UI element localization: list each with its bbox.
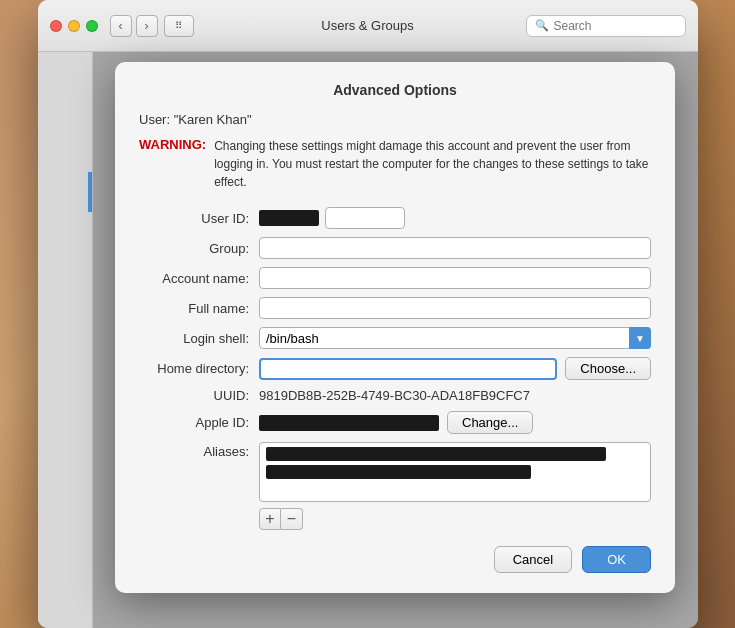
- account-name-row: Account name: Khank: [139, 267, 651, 289]
- search-box: 🔍: [526, 15, 686, 37]
- full-name-row: Full name: Karen Khan: [139, 297, 651, 319]
- home-directory-label: Home directory:: [139, 361, 259, 376]
- dialog-overlay: Advanced Options User: "Karen Khan" WARN…: [93, 52, 698, 628]
- aliases-box: [259, 442, 651, 502]
- close-button[interactable]: [50, 20, 62, 32]
- uuid-label: UUID:: [139, 388, 259, 403]
- sidebar: [38, 52, 93, 628]
- main-area: Advanced Options User: "Karen Khan" WARN…: [93, 52, 698, 628]
- window-title: Users & Groups: [321, 18, 413, 33]
- aliases-container: + −: [259, 442, 651, 530]
- group-input[interactable]: staff: [259, 237, 651, 259]
- change-button[interactable]: Change...: [447, 411, 533, 434]
- user-id-input[interactable]: [325, 207, 405, 229]
- aliases-redacted-2: [266, 465, 531, 479]
- login-shell-select[interactable]: /bin/bash /bin/zsh /bin/sh /bin/csh /bin…: [259, 327, 651, 349]
- nav-buttons: ‹ ›: [110, 15, 158, 37]
- sidebar-active-indicator: [88, 172, 92, 212]
- user-id-redacted: [259, 210, 319, 226]
- remove-alias-button[interactable]: −: [281, 508, 303, 530]
- full-name-input[interactable]: Karen Khan: [259, 297, 651, 319]
- search-icon: 🔍: [535, 19, 549, 32]
- account-name-input[interactable]: Khank: [259, 267, 651, 289]
- apple-id-label: Apple ID:: [139, 415, 259, 430]
- warning-text: Changing these settings might damage thi…: [214, 137, 651, 191]
- apple-id-row: Apple ID: Change...: [139, 411, 651, 434]
- warning-label: WARNING:: [139, 137, 206, 191]
- dialog-title: Advanced Options: [139, 82, 651, 98]
- grid-button[interactable]: ⠿: [164, 15, 194, 37]
- account-name-label: Account name:: [139, 271, 259, 286]
- aliases-row: Aliases: + −: [139, 442, 651, 530]
- user-label: User: "Karen Khan": [139, 112, 651, 127]
- main-window: ‹ › ⠿ Users & Groups 🔍 Advanced Options …: [38, 0, 698, 628]
- uuid-value: 9819DB8B-252B-4749-BC30-ADA18FB9CFC7: [259, 388, 530, 403]
- window-content: Advanced Options User: "Karen Khan" WARN…: [38, 52, 698, 628]
- user-id-label: User ID:: [139, 211, 259, 226]
- login-shell-select-wrapper: /bin/bash /bin/zsh /bin/sh /bin/csh /bin…: [259, 327, 651, 349]
- minimize-button[interactable]: [68, 20, 80, 32]
- home-directory-row: Home directory: /Users/Haslamk Choose...: [139, 357, 651, 380]
- titlebar: ‹ › ⠿ Users & Groups 🔍: [38, 0, 698, 52]
- search-input[interactable]: [554, 19, 677, 33]
- aliases-redacted-1: [266, 447, 606, 461]
- forward-button[interactable]: ›: [136, 15, 158, 37]
- add-alias-button[interactable]: +: [259, 508, 281, 530]
- advanced-options-dialog: Advanced Options User: "Karen Khan" WARN…: [115, 62, 675, 593]
- uuid-row: UUID: 9819DB8B-252B-4749-BC30-ADA18FB9CF…: [139, 388, 651, 403]
- add-remove-row: + −: [259, 508, 651, 530]
- group-row: Group: staff: [139, 237, 651, 259]
- apple-id-redacted: [259, 415, 439, 431]
- aliases-label: Aliases:: [139, 442, 259, 459]
- full-name-label: Full name:: [139, 301, 259, 316]
- cancel-button[interactable]: Cancel: [494, 546, 572, 573]
- home-directory-input[interactable]: /Users/Haslamk: [259, 358, 557, 380]
- login-shell-row: Login shell: /bin/bash /bin/zsh /bin/sh …: [139, 327, 651, 349]
- traffic-lights: [50, 20, 98, 32]
- user-id-row: User ID:: [139, 207, 651, 229]
- choose-button[interactable]: Choose...: [565, 357, 651, 380]
- ok-button[interactable]: OK: [582, 546, 651, 573]
- back-button[interactable]: ‹: [110, 15, 132, 37]
- warning-block: WARNING: Changing these settings might d…: [139, 137, 651, 191]
- login-shell-label: Login shell:: [139, 331, 259, 346]
- group-label: Group:: [139, 241, 259, 256]
- maximize-button[interactable]: [86, 20, 98, 32]
- dialog-footer: Cancel OK: [139, 546, 651, 573]
